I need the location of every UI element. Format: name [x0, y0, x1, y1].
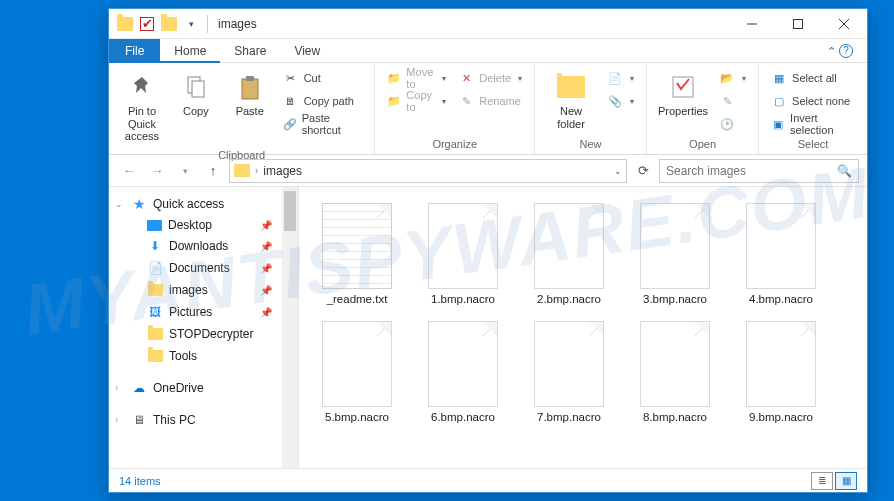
minimize-button[interactable] — [729, 9, 775, 39]
ribbon-group-label: Select — [767, 136, 859, 152]
properties-button[interactable]: Properties — [655, 67, 711, 122]
sidebar-item-pictures[interactable]: 🖼 Pictures 📌 — [109, 301, 298, 323]
tab-home[interactable]: Home — [160, 39, 220, 63]
file-name-label: 5.bmp.nacro — [325, 411, 389, 423]
file-name-label: 3.bmp.nacro — [643, 293, 707, 305]
sidebar-item-stopdecrypter[interactable]: STOPDecrypter — [109, 323, 298, 345]
file-item[interactable]: 7.bmp.nacro — [519, 317, 619, 427]
folder-icon — [147, 326, 163, 342]
file-name-label: 2.bmp.nacro — [537, 293, 601, 305]
search-icon[interactable]: 🔍 — [837, 164, 852, 178]
new-folder-button[interactable]: New folder — [543, 67, 599, 134]
qat-dropdown-icon[interactable]: ▾ — [181, 14, 201, 34]
properties-icon — [667, 71, 699, 103]
file-item[interactable]: 2.bmp.nacro — [519, 199, 619, 309]
invert-icon: ▣ — [771, 116, 785, 132]
file-item[interactable]: 1.bmp.nacro — [413, 199, 513, 309]
statusbar: 14 items ≣ ▦ — [109, 468, 867, 492]
open-button[interactable]: 📂▾ — [715, 67, 750, 89]
copy-path-icon: 🗎 — [283, 93, 299, 109]
invert-selection-button[interactable]: ▣Invert selection — [767, 113, 859, 135]
file-item[interactable]: 4.bmp.nacro — [731, 199, 831, 309]
recent-dropdown[interactable]: ▾ — [173, 159, 197, 183]
sidebar-item-this-pc[interactable]: › 🖥 This PC — [109, 409, 298, 431]
easy-access-button[interactable]: 📎▾ — [603, 90, 638, 112]
sidebar-scrollbar[interactable] — [282, 187, 298, 468]
select-all-icon: ▦ — [771, 70, 787, 86]
delete-icon: ✕ — [458, 70, 474, 86]
maximize-button[interactable] — [775, 9, 821, 39]
onedrive-icon: ☁ — [131, 380, 147, 396]
history-button[interactable]: 🕑 — [715, 113, 750, 135]
sidebar-item-desktop[interactable]: Desktop 📌 — [109, 215, 298, 235]
sidebar-item-downloads[interactable]: ⬇ Downloads 📌 — [109, 235, 298, 257]
file-name-label: 7.bmp.nacro — [537, 411, 601, 423]
tab-share[interactable]: Share — [220, 39, 280, 63]
sidebar-item-onedrive[interactable]: › ☁ OneDrive — [109, 377, 298, 399]
view-details-button[interactable]: ≣ — [811, 472, 833, 490]
paste-button[interactable]: Paste — [225, 67, 275, 122]
file-tab[interactable]: File — [109, 39, 160, 63]
file-pane[interactable]: _readme.txt1.bmp.nacro2.bmp.nacro3.bmp.n… — [299, 187, 867, 468]
chevron-down-icon: ⌄ — [115, 199, 123, 209]
file-item[interactable]: 5.bmp.nacro — [307, 317, 407, 427]
sidebar-item-tools[interactable]: Tools — [109, 345, 298, 367]
edit-button[interactable]: ✎ — [715, 90, 750, 112]
rename-button[interactable]: ✎Rename — [454, 90, 526, 112]
tab-view[interactable]: View — [280, 39, 334, 63]
paste-shortcut-button[interactable]: 🔗Paste shortcut — [279, 113, 367, 135]
sidebar-item-documents[interactable]: 📄 Documents 📌 — [109, 257, 298, 279]
refresh-button[interactable]: ⟳ — [631, 163, 655, 178]
file-item[interactable]: 3.bmp.nacro — [625, 199, 725, 309]
chevron-right-icon: › — [115, 415, 118, 425]
sidebar-item-images[interactable]: images 📌 — [109, 279, 298, 301]
ribbon-collapse-button[interactable]: ⌃ ? — [819, 44, 867, 58]
breadcrumb-sep-icon: › — [255, 165, 258, 176]
select-all-button[interactable]: ▦Select all — [767, 67, 859, 89]
help-icon[interactable]: ? — [839, 44, 853, 58]
search-input[interactable] — [666, 164, 831, 178]
close-button[interactable] — [821, 9, 867, 39]
blank-file-icon — [322, 321, 392, 407]
move-to-button[interactable]: 📁Move to▾ — [383, 67, 450, 89]
ribbon-group-open: Properties 📂▾ ✎ 🕑 Open — [647, 63, 759, 154]
pin-icon: 📌 — [260, 241, 272, 252]
up-button[interactable]: ↑ — [201, 159, 225, 183]
blank-file-icon — [640, 203, 710, 289]
address-dropdown-icon[interactable]: ⌄ — [614, 166, 622, 176]
file-item[interactable]: _readme.txt — [307, 199, 407, 309]
file-item[interactable]: 8.bmp.nacro — [625, 317, 725, 427]
ribbon-group-organize: 📁Move to▾ 📁Copy to▾ ✕Delete▾ ✎Rename Org… — [375, 63, 535, 154]
select-none-button[interactable]: ▢Select none — [767, 90, 859, 112]
move-to-icon: 📁 — [387, 70, 401, 86]
file-item[interactable]: 9.bmp.nacro — [731, 317, 831, 427]
copy-path-button[interactable]: 🗎Copy path — [279, 90, 367, 112]
pin-icon: 📌 — [260, 307, 272, 318]
sidebar-quick-access[interactable]: ⌄ ★ Quick access — [109, 193, 298, 215]
open-icon: 📂 — [719, 70, 735, 86]
address-bar[interactable]: › images ⌄ — [229, 159, 627, 183]
back-button[interactable]: ← — [117, 159, 141, 183]
new-item-button[interactable]: 📄▾ — [603, 67, 638, 89]
svg-rect-1 — [794, 19, 803, 28]
delete-button[interactable]: ✕Delete▾ — [454, 67, 526, 89]
search-box[interactable]: 🔍 — [659, 159, 859, 183]
file-name-label: 8.bmp.nacro — [643, 411, 707, 423]
copy-icon — [180, 71, 212, 103]
cut-button[interactable]: ✂Cut — [279, 67, 367, 89]
easy-access-icon: 📎 — [607, 93, 623, 109]
qat-properties-icon[interactable]: ✔ — [137, 14, 157, 34]
copy-to-button[interactable]: 📁Copy to▾ — [383, 90, 450, 112]
star-icon: ★ — [131, 196, 147, 212]
breadcrumb-segment[interactable]: images — [263, 164, 302, 178]
file-name-label: 6.bmp.nacro — [431, 411, 495, 423]
qat-newfolder-icon[interactable] — [159, 14, 179, 34]
text-file-icon — [322, 203, 392, 289]
copy-button[interactable]: Copy — [171, 67, 221, 122]
qat-folder-icon[interactable] — [115, 14, 135, 34]
forward-button[interactable]: → — [145, 159, 169, 183]
titlebar: ✔ ▾ images — [109, 9, 867, 39]
view-large-icons-button[interactable]: ▦ — [835, 472, 857, 490]
pin-quick-access-button[interactable]: Pin to Quick access — [117, 67, 167, 147]
file-item[interactable]: 6.bmp.nacro — [413, 317, 513, 427]
